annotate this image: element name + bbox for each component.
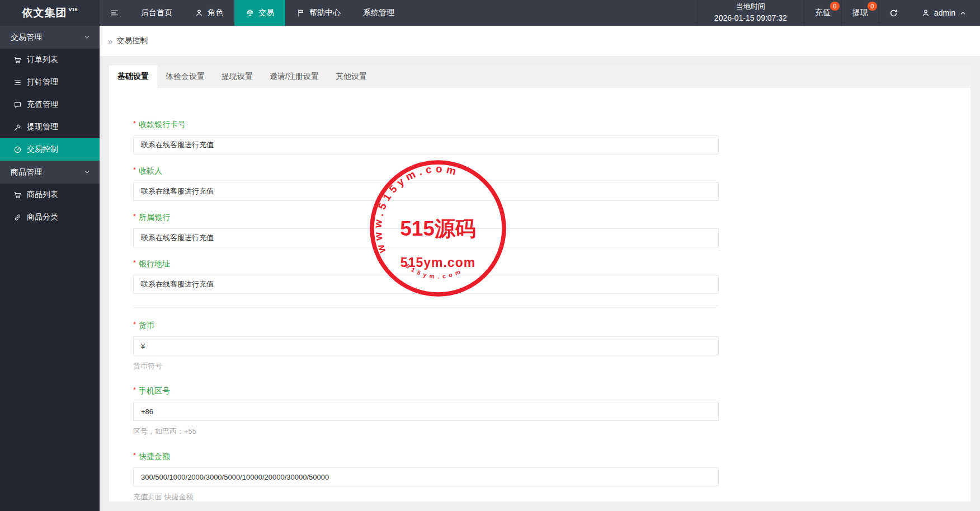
chevdown-icon xyxy=(83,34,91,41)
form-field: *收款银行卡号 xyxy=(133,120,970,154)
scale-icon xyxy=(246,8,255,17)
link-icon xyxy=(13,213,22,222)
header-button[interactable]: 充值0 xyxy=(804,0,841,26)
required-asterisk: * xyxy=(133,212,136,221)
nav-item-label: 交易 xyxy=(258,8,274,18)
field-helper: 货币符号 xyxy=(133,361,970,371)
field-label-text: 货币 xyxy=(139,321,154,330)
form-input[interactable] xyxy=(133,467,719,486)
field-label-text: 收款银行卡号 xyxy=(139,120,186,129)
header-button-label: 提现 xyxy=(852,8,868,18)
local-time-value: 2026-01-15 09:07:32 xyxy=(714,12,787,25)
user-icon xyxy=(195,8,204,17)
field-helper: 充值页面 快捷金额 xyxy=(133,492,970,501)
required-asterisk: * xyxy=(133,166,136,174)
nav-item[interactable]: 帮助中心 xyxy=(285,0,352,26)
form-divider xyxy=(133,306,719,306)
required-asterisk: * xyxy=(133,320,136,329)
content-card: 基础设置体验金设置提现设置邀请/注册设置其他设置 *收款银行卡号*收款人*所属银… xyxy=(109,65,970,501)
breadcrumb: » 交易控制 xyxy=(100,26,980,56)
header-button[interactable]: 提现0 xyxy=(841,0,879,26)
form-field: *手机区号区号，如巴西：+55 xyxy=(133,386,970,437)
chevdown-icon xyxy=(83,168,91,176)
breadcrumb-label: 交易控制 xyxy=(116,36,148,46)
cart-icon xyxy=(13,56,22,64)
sidebar-item-label: 打针管理 xyxy=(27,77,58,87)
nav-item[interactable]: 交易 xyxy=(234,0,285,26)
hamburger-icon xyxy=(110,8,119,17)
sidebar-item[interactable]: 提现管理 xyxy=(0,116,100,138)
field-label-text: 银行地址 xyxy=(139,259,170,268)
sidebar-item[interactable]: 商品列表 xyxy=(0,184,100,206)
form-input[interactable] xyxy=(133,182,719,201)
field-label-text: 快捷金额 xyxy=(139,452,170,461)
sidebar-item[interactable]: 交易控制 xyxy=(0,138,100,161)
flag-icon xyxy=(296,8,305,17)
form-input[interactable] xyxy=(133,228,719,247)
sidebar-item-label: 交易控制 xyxy=(27,144,58,154)
tab[interactable]: 提现设置 xyxy=(213,65,261,88)
nav-item-label: 帮助中心 xyxy=(309,8,341,18)
sidebar-section[interactable]: 交易管理 xyxy=(0,26,100,49)
tab[interactable]: 体验金设置 xyxy=(157,65,213,88)
local-time-label: 当地时间 xyxy=(736,1,765,12)
header-right: 当地时间 2026-01-15 09:07:32 充值0提现0 admin xyxy=(697,0,980,26)
field-label: *手机区号 xyxy=(133,386,970,396)
nav-item[interactable]: 系统管理 xyxy=(352,0,406,26)
gauge-icon xyxy=(13,146,22,154)
nav-item[interactable]: 角色 xyxy=(183,0,234,26)
sidebar-item-label: 商品列表 xyxy=(27,190,58,200)
required-asterisk: * xyxy=(133,386,136,394)
form-field: *收款人 xyxy=(133,166,970,201)
nav-item[interactable]: 后台首页 xyxy=(130,0,183,26)
form-input[interactable] xyxy=(133,402,719,421)
notification-badge: 0 xyxy=(868,2,877,11)
sidebar-item[interactable]: 商品分类 xyxy=(0,206,100,228)
form-input[interactable] xyxy=(133,135,719,154)
user-icon xyxy=(921,8,930,17)
tab[interactable]: 邀请/注册设置 xyxy=(261,65,327,88)
field-label: *所属银行 xyxy=(133,213,970,223)
sidebar-section-label: 交易管理 xyxy=(11,32,42,43)
field-label-text: 手机区号 xyxy=(139,386,170,395)
tab-bar: 基础设置体验金设置提现设置邀请/注册设置其他设置 xyxy=(109,65,970,88)
user-menu[interactable]: admin xyxy=(908,0,980,26)
app-version: V16 xyxy=(68,7,77,12)
form-input[interactable] xyxy=(133,336,719,355)
tab[interactable]: 基础设置 xyxy=(109,65,157,88)
main-area: » 交易控制 基础设置体验金设置提现设置邀请/注册设置其他设置 *收款银行卡号*… xyxy=(100,26,980,511)
refresh-button[interactable] xyxy=(879,0,908,26)
required-asterisk: * xyxy=(133,259,136,267)
sidebar-section-label: 商品管理 xyxy=(11,167,42,177)
sidebar-item[interactable]: 打针管理 xyxy=(0,71,100,93)
field-label: *收款人 xyxy=(133,166,970,176)
header-button-label: 充值 xyxy=(815,8,831,18)
sidebar-item[interactable]: 订单列表 xyxy=(0,49,100,71)
form-field: *货币货币符号 xyxy=(133,321,970,371)
username: admin xyxy=(934,8,955,17)
form-field: *银行地址 xyxy=(133,259,970,294)
field-label: *银行地址 xyxy=(133,259,970,269)
field-label: *快捷金额 xyxy=(133,452,970,462)
sidebar: 交易管理订单列表打针管理充值管理提现管理交易控制商品管理商品列表商品分类 xyxy=(0,26,100,511)
chevron-up-icon xyxy=(959,10,967,17)
form-field: *快捷金额充值页面 快捷金额 xyxy=(133,452,970,501)
form-field: *所属银行 xyxy=(133,213,970,247)
gavel-icon xyxy=(13,123,22,132)
nav-item-label: 后台首页 xyxy=(141,8,172,18)
nav-item-label: 角色 xyxy=(208,8,223,18)
sidebar-item-label: 充值管理 xyxy=(27,100,58,110)
form-input[interactable] xyxy=(133,275,719,294)
sidebar-toggle-button[interactable] xyxy=(100,0,130,26)
top-nav: 后台首页角色交易帮助中心系统管理 xyxy=(130,0,406,26)
sidebar-item-label: 订单列表 xyxy=(27,55,58,65)
breadcrumb-symbol: » xyxy=(108,36,112,46)
tab[interactable]: 其他设置 xyxy=(327,65,375,88)
sidebar-item[interactable]: 充值管理 xyxy=(0,93,100,116)
sidebar-section[interactable]: 商品管理 xyxy=(0,161,100,184)
app-name: 依文集团 xyxy=(22,6,67,20)
field-helper: 区号，如巴西：+55 xyxy=(133,426,970,437)
chat-icon xyxy=(13,101,22,109)
nav-item-label: 系统管理 xyxy=(363,8,394,18)
list-icon xyxy=(13,78,22,87)
